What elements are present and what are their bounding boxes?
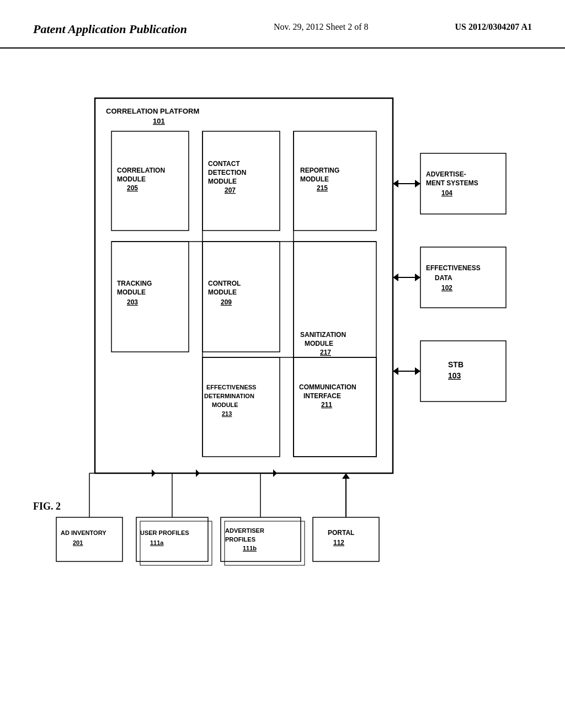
svg-marker-86 bbox=[273, 469, 277, 477]
publication-label: Patent Application Publication bbox=[33, 22, 187, 36]
svg-text:STB: STB bbox=[448, 360, 463, 369]
svg-rect-44 bbox=[136, 517, 208, 561]
svg-marker-77 bbox=[342, 473, 350, 479]
svg-marker-75 bbox=[393, 367, 398, 375]
svg-marker-71 bbox=[415, 274, 420, 281]
svg-text:EFFECTIVENESS: EFFECTIVENESS bbox=[206, 384, 256, 390]
svg-text:213: 213 bbox=[222, 410, 232, 417]
svg-text:201: 201 bbox=[73, 539, 83, 546]
svg-text:CORRELATION: CORRELATION bbox=[117, 167, 165, 174]
svg-text:MODULE: MODULE bbox=[305, 340, 333, 347]
svg-text:COMMUNICATION: COMMUNICATION bbox=[299, 383, 356, 391]
svg-rect-53 bbox=[313, 517, 379, 561]
svg-text:CORRELATION PLATFORM: CORRELATION PLATFORM bbox=[106, 107, 199, 115]
svg-text:203: 203 bbox=[127, 298, 138, 306]
svg-marker-83 bbox=[196, 469, 200, 477]
svg-rect-29 bbox=[294, 242, 376, 457]
figure-label: FIG. 2 bbox=[33, 501, 61, 512]
svg-text:MODULE: MODULE bbox=[117, 288, 146, 296]
diagram-wrapper: CORRELATION PLATFORM 101 TRACKING MODULE… bbox=[45, 87, 520, 668]
svg-text:CONTACT: CONTACT bbox=[208, 160, 240, 168]
svg-text:215: 215 bbox=[317, 184, 328, 192]
page-header: Patent Application Publication Nov. 29, … bbox=[0, 0, 565, 49]
svg-text:DETERMINATION: DETERMINATION bbox=[204, 393, 254, 399]
svg-text:INTERFACE: INTERFACE bbox=[303, 392, 341, 400]
svg-marker-68 bbox=[415, 180, 420, 188]
svg-text:ADVERTISE-: ADVERTISE- bbox=[426, 170, 466, 178]
svg-text:EFFECTIVENESS: EFFECTIVENESS bbox=[426, 264, 481, 272]
svg-text:103: 103 bbox=[448, 371, 461, 380]
svg-text:PORTAL: PORTAL bbox=[328, 529, 354, 537]
svg-text:PROFILES: PROFILES bbox=[225, 536, 255, 543]
svg-text:205: 205 bbox=[127, 184, 138, 192]
svg-text:SANITIZATION: SANITIZATION bbox=[300, 331, 346, 339]
svg-text:TRACKING: TRACKING bbox=[117, 280, 152, 287]
svg-rect-33 bbox=[294, 357, 376, 457]
svg-rect-3 bbox=[111, 242, 189, 352]
svg-text:ADVERTISER: ADVERTISER bbox=[225, 527, 264, 534]
svg-marker-80 bbox=[152, 469, 156, 477]
svg-text:209: 209 bbox=[221, 298, 232, 306]
svg-text:REPORTING: REPORTING bbox=[300, 167, 339, 174]
svg-rect-64 bbox=[420, 341, 506, 402]
svg-rect-16 bbox=[202, 242, 280, 352]
svg-text:104: 104 bbox=[441, 189, 452, 197]
svg-text:DATA: DATA bbox=[435, 274, 452, 282]
svg-text:211: 211 bbox=[321, 401, 332, 409]
svg-text:MENT SYSTEMS: MENT SYSTEMS bbox=[426, 179, 478, 187]
patent-number-label: US 2012/0304207 A1 bbox=[455, 22, 532, 32]
svg-text:MODULE: MODULE bbox=[208, 178, 237, 185]
svg-text:111a: 111a bbox=[150, 539, 164, 546]
svg-rect-60 bbox=[420, 247, 506, 308]
date-sheet-label: Nov. 29, 2012 Sheet 2 of 8 bbox=[274, 22, 368, 32]
svg-text:101: 101 bbox=[153, 117, 165, 125]
svg-text:MODULE: MODULE bbox=[117, 175, 146, 183]
svg-text:MODULE: MODULE bbox=[300, 175, 329, 183]
figure-2-diagram: CORRELATION PLATFORM 101 TRACKING MODULE… bbox=[45, 87, 520, 666]
svg-text:AD INVENTORY: AD INVENTORY bbox=[61, 529, 106, 536]
svg-text:USER PROFILES: USER PROFILES bbox=[140, 529, 189, 536]
svg-text:MODULE: MODULE bbox=[212, 402, 238, 408]
svg-text:DETECTION: DETECTION bbox=[208, 169, 246, 176]
svg-text:112: 112 bbox=[333, 539, 344, 547]
svg-marker-69 bbox=[393, 180, 398, 188]
svg-text:102: 102 bbox=[441, 284, 452, 292]
svg-text:111b: 111b bbox=[243, 545, 257, 552]
svg-text:CONTROL: CONTROL bbox=[208, 280, 241, 287]
svg-rect-41 bbox=[56, 517, 122, 561]
main-content: CORRELATION PLATFORM 101 TRACKING MODULE… bbox=[0, 49, 565, 690]
svg-text:MODULE: MODULE bbox=[208, 288, 237, 296]
svg-text:217: 217 bbox=[320, 349, 331, 356]
svg-text:207: 207 bbox=[225, 186, 236, 194]
svg-marker-74 bbox=[415, 367, 420, 375]
svg-marker-72 bbox=[393, 274, 398, 281]
